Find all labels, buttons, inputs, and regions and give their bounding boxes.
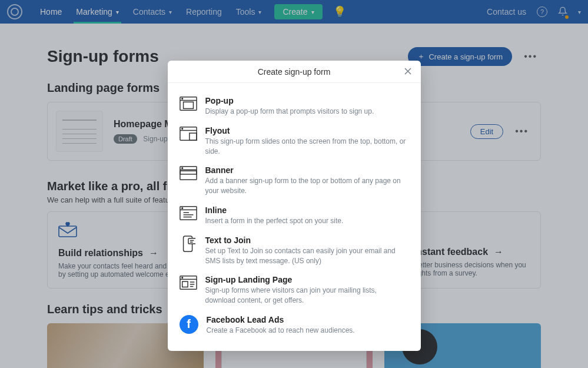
flyout-icon bbox=[180, 126, 197, 141]
option-body: Facebook Lead Ads Create a Facebook ad t… bbox=[207, 315, 409, 336]
option-title: Inline bbox=[205, 205, 409, 215]
option-desc: Add a banner sign-up form to the top or … bbox=[205, 176, 409, 196]
svg-point-13 bbox=[181, 128, 182, 129]
option-body: Flyout This sign-up form slides onto the… bbox=[205, 126, 409, 157]
option-desc: Insert a form in the perfect spot on you… bbox=[205, 216, 409, 226]
svg-rect-32 bbox=[182, 282, 187, 287]
option-flyout[interactable]: Flyout This sign-up form slides onto the… bbox=[180, 121, 409, 161]
option-desc: Display a pop-up form that prompts visit… bbox=[205, 107, 409, 117]
option-title: Flyout bbox=[205, 126, 409, 135]
modal-overlay[interactable]: Create sign-up form Pop-up Display a pop… bbox=[0, 0, 588, 368]
inline-icon bbox=[180, 205, 197, 221]
facebook-icon: f bbox=[180, 315, 198, 334]
svg-rect-14 bbox=[189, 133, 196, 140]
option-text-to-join[interactable]: Text to Join Set up Text to Join so cont… bbox=[180, 231, 409, 271]
option-banner[interactable]: Banner Add a banner sign-up form to the … bbox=[180, 161, 409, 201]
option-title: Sign-up Landing Page bbox=[205, 275, 409, 284]
banner-icon bbox=[180, 165, 197, 181]
option-landing-page[interactable]: Sign-up Landing Page Sign-up forms where… bbox=[180, 270, 409, 310]
svg-point-21 bbox=[181, 208, 182, 209]
close-icon[interactable] bbox=[403, 67, 413, 78]
option-facebook-lead-ads[interactable]: f Facebook Lead Ads Create a Facebook ad… bbox=[180, 310, 409, 340]
option-title: Pop-up bbox=[205, 96, 409, 105]
option-body: Banner Add a banner sign-up form to the … bbox=[205, 165, 409, 196]
option-title: Facebook Lead Ads bbox=[207, 315, 409, 324]
option-desc: Create a Facebook ad to reach new audien… bbox=[207, 326, 409, 336]
option-desc: Sign-up forms where visitors can join yo… bbox=[205, 286, 409, 306]
svg-point-17 bbox=[181, 168, 182, 169]
option-body: Text to Join Set up Text to Join so cont… bbox=[205, 236, 409, 266]
landing-page-icon bbox=[180, 275, 197, 290]
svg-point-9 bbox=[181, 98, 182, 100]
option-desc: Set up Text to Join so contacts can easi… bbox=[205, 246, 409, 266]
option-title: Banner bbox=[205, 165, 409, 175]
option-list: Pop-up Display a pop-up form that prompt… bbox=[168, 83, 421, 351]
svg-rect-18 bbox=[180, 171, 196, 175]
create-signup-form-modal: Create sign-up form Pop-up Display a pop… bbox=[168, 61, 421, 351]
option-desc: This sign-up form slides onto the screen… bbox=[205, 137, 409, 157]
option-body: Sign-up Landing Page Sign-up forms where… bbox=[205, 275, 409, 306]
modal-header: Create sign-up form bbox=[168, 61, 421, 83]
phone-icon bbox=[180, 236, 197, 251]
svg-rect-26 bbox=[188, 238, 195, 243]
modal-title: Create sign-up form bbox=[258, 67, 331, 77]
popup-icon bbox=[180, 96, 197, 111]
svg-point-31 bbox=[181, 277, 182, 279]
option-body: Pop-up Display a pop-up form that prompt… bbox=[205, 96, 409, 117]
option-popup[interactable]: Pop-up Display a pop-up form that prompt… bbox=[180, 91, 409, 121]
svg-rect-10 bbox=[183, 102, 193, 108]
option-inline[interactable]: Inline Insert a form in the perfect spot… bbox=[180, 201, 409, 231]
option-body: Inline Insert a form in the perfect spot… bbox=[205, 205, 409, 226]
option-title: Text to Join bbox=[205, 236, 409, 245]
